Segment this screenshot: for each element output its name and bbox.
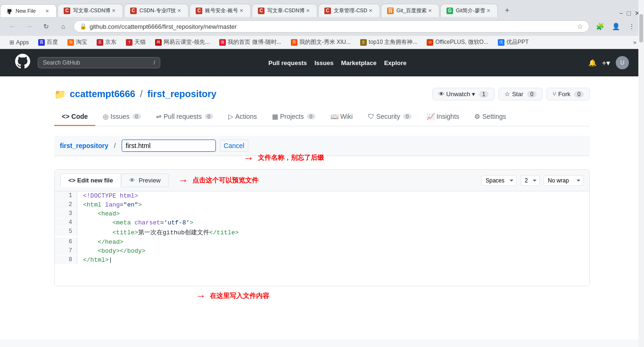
wiki-nav-label: Wiki xyxy=(340,113,353,120)
code-line-8: 8 </html>| xyxy=(55,256,589,264)
profile-icon[interactable]: 👤 xyxy=(609,20,622,33)
file-name-input[interactable] xyxy=(122,140,216,152)
github-logo[interactable] xyxy=(15,54,30,72)
insights-nav-icon: 📈 xyxy=(427,113,435,120)
bookmark-jd[interactable]: 京 京东 xyxy=(93,37,120,47)
eye-icon: 👁 xyxy=(438,91,445,98)
line-num-8: 8 xyxy=(55,256,77,264)
browser-tab-8[interactable]: G Git简介-廖雪 ✕ xyxy=(440,4,498,17)
nav-tab-security[interactable]: 🛡 Security 0 xyxy=(360,108,419,126)
plus-icon[interactable]: +▾ xyxy=(602,58,610,67)
url-bar[interactable]: 🔒 github.com/ccattempt6666/first_reposit… xyxy=(74,20,589,33)
bookmark-weibo[interactable]: 微 我的首页 微博-随时... xyxy=(215,37,285,47)
tab-title-5: 写文章-CSDN博 xyxy=(267,7,305,14)
bookmark-star-icon[interactable]: ☆ xyxy=(577,23,583,30)
preview-tab[interactable]: 👁 Preview xyxy=(121,174,169,187)
spaces-select[interactable]: Spaces Tabs xyxy=(481,175,517,186)
tab-close-1[interactable]: ✕ xyxy=(44,8,50,14)
bookmarks-more-button[interactable]: » xyxy=(631,38,638,47)
tab-close-4[interactable]: ✕ xyxy=(238,8,245,14)
url-text: github.com/ccattempt6666/first_repositor… xyxy=(90,23,574,30)
preview-annotation-text: 点击这个可以预览文件 xyxy=(192,176,258,185)
line-content-4: <meta charset='utf-8'> xyxy=(77,218,589,227)
repo-breadcrumb-link[interactable]: first_repository xyxy=(60,142,108,149)
code-line-7: 7 <body></body> xyxy=(55,247,589,256)
cancel-button[interactable]: Cancel xyxy=(220,140,249,152)
nav-tab-insights[interactable]: 📈 Insights xyxy=(419,108,467,126)
browser-tab-5[interactable]: C 写文章-CSDN博 ✕ xyxy=(252,4,317,17)
wrap-select[interactable]: No wrap Soft wrap xyxy=(544,175,584,186)
maximize-icon[interactable]: □ xyxy=(627,9,631,17)
home-button[interactable]: ⌂ xyxy=(57,20,70,33)
taobao-favicon: 淘 xyxy=(67,39,74,46)
nav-issues[interactable]: Issues xyxy=(314,59,333,66)
bookmark-top10[interactable]: 主 top10 主角拥有神... xyxy=(356,37,421,47)
nav-tab-issues[interactable]: ◎ Issues 0 xyxy=(95,108,149,126)
content-annotation-text: 在这里写入文件内容 xyxy=(210,292,269,300)
browser-tab-1[interactable]: New File ✕ xyxy=(0,4,57,17)
line-content-7: <body></body> xyxy=(77,247,589,256)
bookmark-tmall[interactable]: T 天猫 xyxy=(122,37,149,47)
tab-close-5[interactable]: ✕ xyxy=(305,8,311,14)
browser-tab-4[interactable]: C 账号安全-账号 ✕ xyxy=(190,4,251,17)
line-content-3: <head> xyxy=(77,209,589,218)
star-button[interactable]: ☆ Star 0 xyxy=(498,88,543,100)
tab-favicon-8: G xyxy=(446,8,453,14)
nav-marketplace[interactable]: Marketplace xyxy=(341,59,376,66)
code-editor[interactable]: 1 <!DOCTYPE html> 2 <html lang="en"> 3 <… xyxy=(55,191,589,286)
tab-close-2[interactable]: ✕ xyxy=(110,8,117,14)
scrollbar-thumb[interactable] xyxy=(639,14,643,42)
bookmark-wangyi[interactable]: 网 网易云课堂-领先... xyxy=(151,37,214,47)
bookmark-baidu[interactable]: 百 百度 xyxy=(34,37,62,47)
browser-tab-7[interactable]: 百 Git_百度搜索 ✕ xyxy=(381,4,439,17)
nav-tab-pull-requests[interactable]: ⇌ Pull requests 0 xyxy=(149,108,221,126)
user-avatar[interactable]: U xyxy=(616,56,629,69)
wiki-nav-icon: 📖 xyxy=(330,113,339,120)
fork-button[interactable]: ⑂ Fork 0 xyxy=(546,88,590,100)
nav-tab-wiki[interactable]: 📖 Wiki xyxy=(323,108,360,126)
tab-close-7[interactable]: ✕ xyxy=(427,8,433,14)
settings-nav-label: Settings xyxy=(482,113,506,120)
bookmark-apps[interactable]: ⊞ Apps xyxy=(6,38,33,47)
editor-tabs: <> Edit new file 👁 Preview xyxy=(60,174,169,187)
nav-tab-projects[interactable]: ▦ Projects 0 xyxy=(264,108,323,126)
nav-explore[interactable]: Explore xyxy=(384,59,407,66)
indent-select[interactable]: 2 4 xyxy=(520,175,540,186)
scrollbar[interactable] xyxy=(638,0,644,339)
watch-button[interactable]: 👁 Unwatch ▾ 1 xyxy=(432,88,495,100)
forward-button[interactable]: → xyxy=(23,20,36,33)
browser-tab-2[interactable]: C 写文章-CSDN博 ✕ xyxy=(58,4,123,17)
tab-close-3[interactable]: ✕ xyxy=(176,8,182,14)
tab-favicon-1 xyxy=(6,8,13,14)
new-tab-button[interactable]: + xyxy=(501,4,514,17)
code-nav-label: Code xyxy=(71,113,88,120)
preview-eye-icon: 👁 xyxy=(129,177,135,184)
back-button[interactable]: ← xyxy=(6,20,19,33)
repo-owner-link[interactable]: ccattempt6666 xyxy=(70,89,135,99)
nav-pull-requests[interactable]: Pull requests xyxy=(268,59,307,66)
actions-nav-label: Actions xyxy=(235,113,257,120)
extensions-icon[interactable]: 🧩 xyxy=(593,20,606,33)
edit-tab[interactable]: <> Edit new file xyxy=(60,174,121,187)
browser-tab-3[interactable]: C CSDN-专业IT技 ✕ xyxy=(124,4,189,17)
editor-settings: Spaces Tabs 2 4 No wrap Soft wrap xyxy=(481,175,584,186)
minimize-icon[interactable]: − xyxy=(619,9,623,17)
code-nav-icon: <> xyxy=(62,113,69,120)
menu-icon[interactable]: ⋮ xyxy=(625,20,638,33)
bell-icon[interactable]: 🔔 xyxy=(588,59,596,66)
bookmark-taobao[interactable]: 淘 淘宝 xyxy=(64,37,91,47)
baidu-favicon: 百 xyxy=(38,39,45,46)
github-search[interactable]: Search GitHub / xyxy=(38,57,160,68)
tab-close-8[interactable]: ✕ xyxy=(485,8,492,14)
repo-name-link[interactable]: first_repository xyxy=(148,89,217,99)
bookmark-officeplus[interactable]: O OfficePLUS, 微软O... xyxy=(423,37,492,47)
browser-tab-6[interactable]: C 文章管理-CSD ✕ xyxy=(318,4,380,17)
refresh-button[interactable]: ↻ xyxy=(40,20,53,33)
nav-tab-settings[interactable]: ⚙ Settings xyxy=(467,108,514,126)
bookmark-xiumi[interactable]: 秀 我的图文-秀米 XIU... xyxy=(287,37,355,47)
issues-badge: 0 xyxy=(132,114,141,119)
nav-tab-actions[interactable]: ▷ Actions xyxy=(221,108,264,126)
nav-tab-code[interactable]: <> Code xyxy=(54,108,95,126)
bookmark-youppt[interactable]: 优 优品PPT xyxy=(494,37,532,47)
tab-close-6[interactable]: ✕ xyxy=(367,8,374,14)
